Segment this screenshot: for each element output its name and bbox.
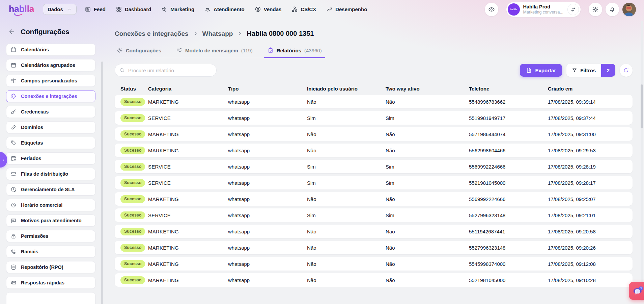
workspace-switcher[interactable]: hablla Hablla Prod Marketing conversa... <box>506 2 581 17</box>
cell-iniciado-pelo-usuario: Sim <box>307 180 386 186</box>
sidebar-item-campos-personalizados[interactable]: Campos personalizados <box>6 75 95 87</box>
back-button[interactable] <box>8 28 16 35</box>
table-row[interactable]: Sucesso SERVICE whatsapp Sim Sim 5569992… <box>115 160 633 173</box>
sidebar-item-conexoes-e-integracoes[interactable]: Conexões e integrações <box>6 90 95 102</box>
gear-icon <box>592 6 599 13</box>
table-row[interactable]: Sucesso MARKETING whatsapp Não Não 55489… <box>115 95 633 108</box>
nav-item-atendimento[interactable]: Atendimento <box>204 6 245 12</box>
page-scrollbar-thumb[interactable] <box>641 84 643 128</box>
sidebar-item-motivos-para-atendimento[interactable]: Motivos para atendimento <box>6 214 95 227</box>
sidebar-item-calendarios-agrupados[interactable]: Calendários agrupados <box>6 59 95 71</box>
table-row[interactable]: Sucesso MARKETING whatsapp Não Não 55119… <box>115 225 633 238</box>
table-row[interactable]: Sucesso MARKETING whatsapp Não Não 55699… <box>115 192 633 206</box>
table-row[interactable]: Sucesso MARKETING whatsapp Não Não 55459… <box>115 257 633 271</box>
search-input[interactable] <box>115 64 217 77</box>
preview-eye-button[interactable] <box>485 3 498 16</box>
page-scrollbar-track[interactable] <box>641 21 643 301</box>
cell-tipo: whatsapp <box>228 212 307 218</box>
sidebar-item-permissoes[interactable]: Permissões <box>6 230 95 242</box>
export-button[interactable]: Exportar <box>520 64 562 77</box>
sidebar-scrollbar[interactable] <box>101 61 103 304</box>
sidebar-item-filas-de-distribuicao[interactable]: Filas de distribuição <box>6 168 95 180</box>
notifications-button[interactable] <box>606 3 619 16</box>
sidebar-item-horario-comercial[interactable]: Horário comercial <box>6 199 95 211</box>
nav-item-marketing[interactable]: Marketing <box>161 6 194 12</box>
help-support-widget[interactable]: ? <box>629 282 644 300</box>
cell-criado-em: 17/08/2025, 09:20:26 <box>548 245 627 251</box>
nav-item-dashboard[interactable]: Dashboard <box>116 6 151 12</box>
column-header-two-way-ativo: Two way ativo <box>386 86 469 92</box>
nav-item-label: Feed <box>94 6 106 12</box>
swap-icon <box>570 7 576 12</box>
filters-button[interactable]: Filtros <box>566 64 601 77</box>
table-row[interactable]: Sucesso SERVICE whatsapp Sim Sim 5521981… <box>115 176 633 189</box>
breadcrumb-conexoes-e-integracoes[interactable]: Conexões e integrações <box>115 30 189 37</box>
cell-telefone: 5569992224666 <box>469 196 548 202</box>
feed-icon <box>85 6 91 12</box>
status-badge: Sucesso <box>120 130 145 138</box>
breadcrumb: Conexões e integrações Whatsapp Hablla 0… <box>115 30 633 37</box>
lock-icon <box>10 233 17 239</box>
table-row[interactable]: Sucesso MARKETING whatsapp Não Não 55719… <box>115 127 633 141</box>
status-badge: Sucesso <box>120 276 145 284</box>
cell-categoria: MARKETING <box>148 229 228 234</box>
sidebar-item-label: Repositório (RPO) <box>21 264 63 270</box>
sidebar-item-ramais[interactable]: Ramais <box>6 246 95 258</box>
org-dropdown[interactable]: Dados <box>43 4 77 15</box>
table-row[interactable]: Sucesso SERVICE whatsapp Sim Sim 5519981… <box>115 111 633 125</box>
tab-bar: Configurações Modelo de mensagem (119) R… <box>115 44 324 58</box>
table-row[interactable]: Sucesso MARKETING whatsapp Não Não 55219… <box>115 273 633 287</box>
cell-telefone: 5548996783662 <box>469 99 548 105</box>
sidebar-item-dominios[interactable]: Domínios <box>6 121 95 133</box>
funnel-icon <box>572 68 577 73</box>
cell-categoria: SERVICE <box>148 180 228 186</box>
sidebar-item-respostas-rapidas[interactable]: Respostas rápidas <box>6 277 95 289</box>
chevron-right-icon <box>237 31 242 36</box>
switch-workspace-button[interactable] <box>567 4 579 15</box>
table-row[interactable]: Sucesso SERVICE whatsapp Sim Sim 5527996… <box>115 208 633 222</box>
main-panel: Conexões e integrações Whatsapp Hablla 0… <box>112 19 644 304</box>
nav-item-desempenho[interactable]: Desempenho <box>326 6 367 12</box>
settings-button[interactable] <box>589 3 602 16</box>
table-row[interactable]: Sucesso MARKETING whatsapp Não Não 55629… <box>115 144 633 157</box>
cell-criado-em: 17/08/2025, 09:31:00 <box>548 131 627 137</box>
table-row[interactable]: Sucesso MARKETING whatsapp Não Não 55279… <box>115 241 633 254</box>
cell-two-way-ativo: Não <box>386 148 469 153</box>
cell-categoria: SERVICE <box>148 212 228 218</box>
clock-icon <box>10 202 17 208</box>
sidebar-item-calendarios[interactable]: Calendários <box>6 44 95 56</box>
nav-item-cs-cx[interactable]: CS/CX <box>291 6 316 12</box>
cell-two-way-ativo: Sim <box>386 212 469 218</box>
user-avatar[interactable] <box>622 3 636 16</box>
sidebar-item-credenciais[interactable]: Credenciais <box>6 106 95 118</box>
phone-icon <box>10 249 17 255</box>
breadcrumb-whatsapp[interactable]: Whatsapp <box>202 30 233 37</box>
message-icon <box>10 218 17 224</box>
tab-configuracoes[interactable]: Configurações <box>115 44 163 58</box>
tag-icon <box>10 140 17 146</box>
app-logo[interactable]: hablla <box>9 5 34 14</box>
tab-label: Modelo de mensagem <box>185 48 238 53</box>
tab-relatorios[interactable]: Relatórios (43960) <box>266 44 323 58</box>
bell-icon <box>609 6 616 13</box>
cell-tipo: whatsapp <box>228 229 307 234</box>
cell-iniciado-pelo-usuario: Sim <box>307 164 386 170</box>
cell-categoria: MARKETING <box>148 261 228 267</box>
sidebar-item-label: Feriados <box>21 156 41 161</box>
cell-categoria: MARKETING <box>148 131 228 137</box>
refresh-button[interactable] <box>620 64 633 77</box>
sidebar-item-feriados[interactable]: Feriados <box>6 152 95 164</box>
cell-iniciado-pelo-usuario: Não <box>307 131 386 137</box>
cell-tipo: whatsapp <box>228 131 307 137</box>
tab-modelo-de-mensagem[interactable]: Modelo de mensagem (119) <box>175 44 254 58</box>
nav-item-vendas[interactable]: Vendas <box>255 6 282 12</box>
cell-two-way-ativo: Sim <box>386 115 469 121</box>
sidebar-item-etiquetas[interactable]: Etiquetas <box>6 137 95 149</box>
sidebar-item-list: Calendários Calendários agrupados Campos… <box>6 44 95 304</box>
sidebar-item-repositorio-rpo[interactable]: Repositório (RPO) <box>6 261 95 273</box>
active-filters-count-badge[interactable]: 2 <box>601 64 615 77</box>
nav-item-feed[interactable]: Feed <box>85 6 106 12</box>
sidebar-item-partial[interactable] <box>6 292 95 304</box>
export-button-label: Exportar <box>535 68 556 73</box>
sidebar-item-gerenciamento-de-sla[interactable]: Gerenciamento de SLA <box>6 183 95 196</box>
